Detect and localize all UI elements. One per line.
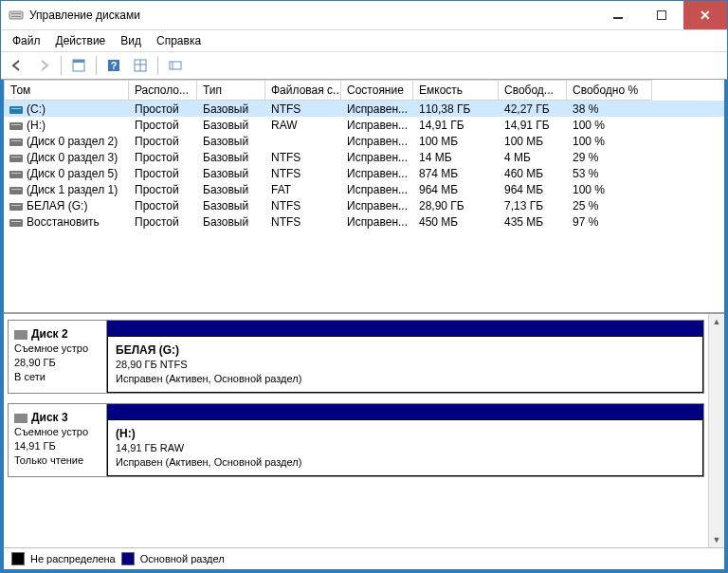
svg-rect-25 [11,189,21,190]
svg-rect-29 [11,221,21,222]
col-type[interactable]: Тип [197,80,265,101]
legend: Не распределена Основной раздел [4,547,724,569]
svg-rect-15 [11,108,21,109]
toolbar-btn-2[interactable] [128,53,153,78]
disk-icon [14,330,27,340]
table-row[interactable]: (Диск 0 раздел 2)ПростойБазовыйИсправен.… [4,133,724,149]
toolbar-btn-1[interactable] [66,53,91,78]
table-row[interactable]: БЕЛАЯ (G:)ПростойБазовыйNTFSИсправен...2… [4,197,724,213]
content-area: Том Располо... Тип Файловая с... Состоян… [1,80,727,572]
window-title: Управление дисками [29,9,596,22]
menu-action[interactable]: Действие [48,32,114,49]
partition[interactable]: (H:)14,91 ГБ RAWИсправен (Активен, Основ… [107,404,703,476]
volume-name: (Диск 0 раздел 5) [27,167,118,180]
volume-name: (Диск 0 раздел 3) [27,151,118,164]
col-free[interactable]: Свобод... [499,80,567,101]
app-icon [9,8,24,23]
col-freepct[interactable]: Свободно % [567,80,652,101]
svg-rect-16 [9,122,23,130]
svg-rect-12 [170,62,181,69]
volume-name: (Диск 0 раздел 2) [27,135,118,148]
disk-management-window: Управление дисками ✕ Файл Действие Вид С… [0,0,728,573]
legend-primary: Основной раздел [140,553,225,564]
disk-layout-panel[interactable]: Диск 2Съемное устро28,90 ГБВ сетиБЕЛАЯ (… [4,314,708,547]
disk-info: Диск 3Съемное устро14,91 ГБТолько чтение [9,404,107,476]
volume-name: Восстановить [27,215,100,229]
svg-rect-20 [9,155,23,162]
disk-info: Диск 2Съемное устро28,90 ГБВ сети [9,321,107,393]
close-button[interactable]: ✕ [683,1,727,29]
partition-header-bar [107,404,703,419]
volume-icon [9,217,23,227]
svg-rect-28 [9,219,23,227]
svg-rect-19 [11,140,21,141]
volume-icon [9,169,23,178]
volume-list[interactable]: Том Располо... Тип Файловая с... Состоян… [4,80,724,314]
volume-name: (C:) [27,102,46,116]
partition-header-bar [107,321,703,336]
legend-swatch-unallocated [11,552,25,565]
volume-icon [9,120,23,130]
separator [61,56,62,75]
col-capacity[interactable]: Емкость [413,80,499,101]
col-volume[interactable]: Том [4,80,129,101]
scroll-up-icon[interactable]: ▲ [711,316,722,327]
help-button[interactable]: ? [101,53,126,78]
table-row[interactable]: (Диск 1 раздел 1)ПростойБазовыйFATИсправ… [4,181,724,197]
menu-help[interactable]: Справка [149,32,209,49]
svg-rect-4 [657,10,666,20]
graphical-view: Диск 2Съемное устро28,90 ГБВ сетиБЕЛАЯ (… [4,314,724,547]
list-header: Том Располо... Тип Файловая с... Состоян… [4,80,724,101]
separator [96,56,97,75]
vertical-scrollbar[interactable]: ▲ ▼ [708,314,724,547]
svg-rect-2 [11,16,21,17]
disk-icon [14,414,27,423]
svg-rect-14 [9,106,23,114]
table-row[interactable]: (H:)ПростойБазовыйRAWИсправен...14,91 ГБ… [4,117,724,133]
volume-name: (Диск 1 раздел 1) [27,183,118,196]
svg-rect-22 [9,171,23,178]
minimize-button[interactable] [596,1,640,29]
svg-rect-24 [9,187,23,194]
table-row[interactable]: (C:)ПростойБазовыйNTFSИсправен...110,38 … [4,101,724,117]
menu-file[interactable]: Файл [5,32,48,49]
toolbar: ? [1,52,727,80]
svg-rect-27 [11,205,21,206]
menubar: Файл Действие Вид Справка [1,30,727,52]
svg-rect-18 [9,139,23,146]
back-button[interactable] [5,53,29,78]
col-status[interactable]: Состояние [341,80,413,101]
col-fs[interactable]: Файловая с... [265,80,341,101]
scroll-down-icon[interactable]: ▼ [711,534,722,545]
toolbar-btn-3[interactable] [163,53,188,78]
svg-rect-23 [11,173,21,174]
maximize-button[interactable] [640,1,683,29]
partition-info: (H:)14,91 ГБ RAWИсправен (Активен, Основ… [107,419,703,476]
svg-rect-0 [9,11,23,19]
svg-rect-1 [11,13,21,14]
disk-row[interactable]: Диск 2Съемное устро28,90 ГБВ сетиБЕЛАЯ (… [8,320,704,394]
table-row[interactable]: (Диск 0 раздел 3)ПростойБазовыйNTFSИспра… [4,149,724,165]
svg-rect-26 [9,203,23,211]
disk-row[interactable]: Диск 3Съемное устро14,91 ГБТолько чтение… [8,403,704,477]
volume-name: БЕЛАЯ (G:) [27,199,87,213]
svg-rect-21 [11,157,21,157]
table-row[interactable]: (Диск 0 раздел 5)ПростойБазовыйNTFSИспра… [4,165,724,181]
titlebar[interactable]: Управление дисками ✕ [1,1,727,30]
menu-view[interactable]: Вид [113,32,149,49]
volume-icon [9,153,23,162]
legend-unallocated: Не распределена [30,553,116,564]
svg-rect-3 [613,17,623,19]
partition-info: БЕЛАЯ (G:)28,90 ГБ NTFSИсправен (Активен… [107,336,703,393]
partition[interactable]: БЕЛАЯ (G:)28,90 ГБ NTFSИсправен (Активен… [107,321,703,393]
forward-button[interactable] [31,53,56,78]
separator [157,56,158,75]
volume-icon [9,137,23,146]
col-layout[interactable]: Располо... [129,80,197,101]
table-row[interactable]: ВосстановитьПростойБазовыйNTFSИсправен..… [4,213,724,230]
volume-icon [9,201,23,211]
volume-icon [9,104,23,114]
volume-name: (H:) [27,119,46,132]
svg-rect-6 [73,60,84,63]
svg-rect-17 [11,124,21,125]
